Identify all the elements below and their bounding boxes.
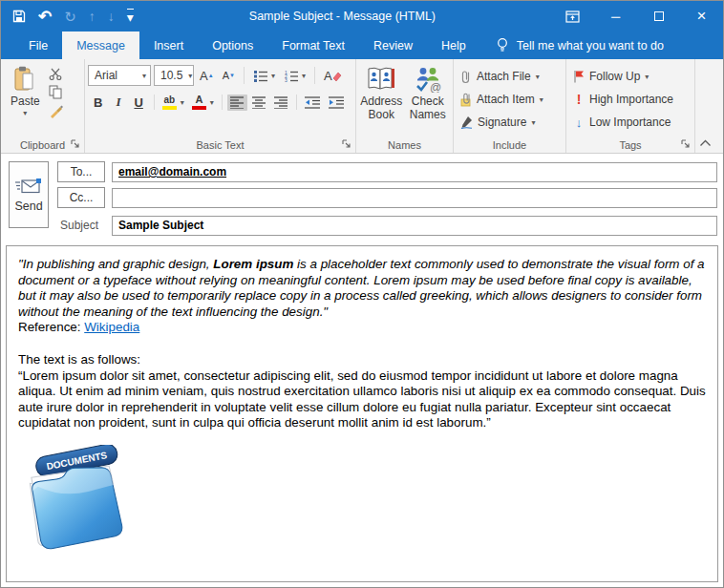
- clipboard-group-label: Clipboard: [20, 139, 65, 151]
- to-button[interactable]: To...: [57, 161, 105, 182]
- message-body-editor[interactable]: "In publishing and graphic design, Lorem…: [6, 245, 718, 582]
- paperclip-item-icon: [460, 93, 472, 107]
- check-names-button[interactable]: @ Check Names: [406, 62, 451, 136]
- attach-file-button[interactable]: Attach File ▾: [457, 66, 563, 87]
- eraser-icon: [332, 71, 342, 81]
- align-left-button[interactable]: [227, 94, 247, 111]
- send-envelope-icon: [15, 178, 42, 195]
- tab-message[interactable]: Message: [62, 32, 139, 59]
- underline-button[interactable]: U: [128, 94, 148, 112]
- decrease-indent-button[interactable]: [302, 94, 324, 111]
- tab-format-text[interactable]: Format Text: [267, 32, 359, 59]
- include-group: Attach File ▾ Attach Item ▾: [454, 59, 566, 153]
- include-group-label: Include: [493, 139, 526, 151]
- align-right-button[interactable]: [271, 94, 291, 111]
- tags-dialog-launcher-icon[interactable]: [681, 139, 691, 149]
- maximize-button[interactable]: [637, 1, 680, 32]
- paste-clipboard-icon: [13, 66, 36, 93]
- svg-text:3: 3: [285, 77, 287, 82]
- cc-input[interactable]: [112, 188, 717, 208]
- font-name-value: Arial: [95, 69, 117, 82]
- cut-icon[interactable]: [49, 68, 63, 80]
- signature-button[interactable]: Signature ▾: [457, 112, 563, 133]
- message-header: Send To... Cc... Subject: [1, 154, 723, 243]
- clipboard-dialog-launcher-icon[interactable]: [71, 139, 80, 149]
- ribbon: Paste ▾: [1, 59, 723, 154]
- shrink-font-button[interactable]: A▼: [220, 68, 238, 83]
- increase-indent-button[interactable]: [326, 94, 348, 111]
- text-highlight-button[interactable]: ab ▾: [160, 94, 187, 112]
- clear-formatting-button[interactable]: A: [321, 67, 345, 85]
- to-input[interactable]: [112, 162, 717, 182]
- tell-me-label: Tell me what you want to do: [517, 39, 664, 52]
- tab-insert[interactable]: Insert: [139, 32, 198, 59]
- ribbon-display-options-icon[interactable]: [551, 1, 594, 32]
- numbered-list-icon: 1 2 3: [284, 70, 299, 82]
- minimize-button[interactable]: ─: [594, 1, 637, 32]
- address-book-label: Address Book: [360, 95, 403, 122]
- check-names-icon: @: [414, 66, 442, 93]
- address-fields: To... Cc... Subject: [57, 161, 717, 236]
- high-importance-icon: !: [573, 92, 585, 107]
- follow-up-button[interactable]: Follow Up ▾: [569, 66, 692, 87]
- font-name-select[interactable]: Arial ▾: [88, 65, 151, 86]
- tell-me-box[interactable]: Tell me what you want to do: [496, 32, 664, 59]
- close-button[interactable]: ×: [680, 1, 723, 32]
- basic-text-dialog-launcher-icon[interactable]: [342, 139, 351, 149]
- documents-folder-image[interactable]: DOCUMENTS: [20, 445, 137, 554]
- tags-group-label: Tags: [619, 139, 641, 151]
- outlook-message-window: ↶ ↻ ↑ ↓ ▾ Sample Subject - Message (HTML…: [0, 0, 724, 588]
- cc-button[interactable]: Cc...: [57, 187, 105, 208]
- customize-qat-icon[interactable]: ▾: [127, 9, 134, 24]
- font-color-button[interactable]: A ▾: [189, 93, 217, 112]
- font-size-value: 10.5: [160, 69, 182, 82]
- bullet-list-icon: [253, 70, 268, 82]
- subject-input[interactable]: [112, 216, 717, 236]
- high-importance-label: High Importance: [589, 93, 673, 106]
- address-book-icon: [367, 66, 395, 93]
- address-book-button[interactable]: Address Book: [359, 62, 404, 136]
- low-importance-button[interactable]: ↓ Low Importance: [569, 112, 692, 133]
- basic-text-group: Arial ▾ 10.5 ▾ A▲ A▼: [85, 59, 356, 153]
- numbering-button[interactable]: 1 2 3 ▾: [281, 68, 309, 84]
- names-group-label: Names: [388, 139, 421, 151]
- subject-label: Subject: [57, 219, 105, 232]
- undo-icon[interactable]: ↶: [38, 9, 52, 25]
- attach-file-label: Attach File: [477, 70, 531, 83]
- align-center-button[interactable]: [249, 94, 269, 111]
- flag-icon: [573, 70, 585, 83]
- bullets-button[interactable]: ▾: [250, 68, 278, 84]
- bold-button[interactable]: B: [88, 94, 108, 112]
- move-up-icon: ↑: [89, 10, 96, 23]
- low-importance-icon: ↓: [573, 116, 585, 130]
- send-button[interactable]: Send: [9, 161, 49, 228]
- attach-item-label: Attach Item: [477, 93, 535, 106]
- collapse-ribbon-icon[interactable]: [699, 139, 712, 147]
- format-painter-icon[interactable]: [49, 104, 63, 118]
- clipboard-group: Paste ▾: [1, 59, 85, 153]
- paste-dropdown-icon[interactable]: ▾: [23, 109, 27, 117]
- low-importance-label: Low Importance: [589, 116, 671, 129]
- lorem-paragraph: “Lorem ipsum dolor sit amet, consectetur…: [18, 368, 708, 431]
- italic-button[interactable]: I: [110, 93, 126, 112]
- title-bar: ↶ ↻ ↑ ↓ ▾ Sample Subject - Message (HTML…: [1, 1, 723, 32]
- tab-help[interactable]: Help: [427, 32, 480, 59]
- tab-options[interactable]: Options: [198, 32, 267, 59]
- tab-review[interactable]: Review: [359, 32, 427, 59]
- reference-line: Reference: Wikipedia: [18, 320, 708, 336]
- save-icon[interactable]: [12, 10, 26, 23]
- wikipedia-link[interactable]: Wikipedia: [84, 320, 139, 334]
- paste-label: Paste: [11, 95, 40, 109]
- window-title: Sample Subject - Message (HTML): [134, 10, 551, 23]
- check-names-label: Check Names: [407, 95, 450, 122]
- tab-file[interactable]: File: [14, 32, 62, 59]
- svg-text:@: @: [430, 81, 441, 93]
- paste-button[interactable]: Paste ▾: [4, 62, 47, 136]
- move-down-icon: ↓: [108, 10, 115, 23]
- copy-icon[interactable]: [49, 85, 63, 99]
- grow-font-button[interactable]: A▲: [197, 67, 217, 85]
- high-importance-button[interactable]: ! High Importance: [569, 89, 692, 110]
- font-size-select[interactable]: 10.5 ▾: [154, 65, 194, 86]
- attach-item-button[interactable]: Attach Item ▾: [457, 89, 563, 110]
- paperclip-icon: [460, 70, 472, 84]
